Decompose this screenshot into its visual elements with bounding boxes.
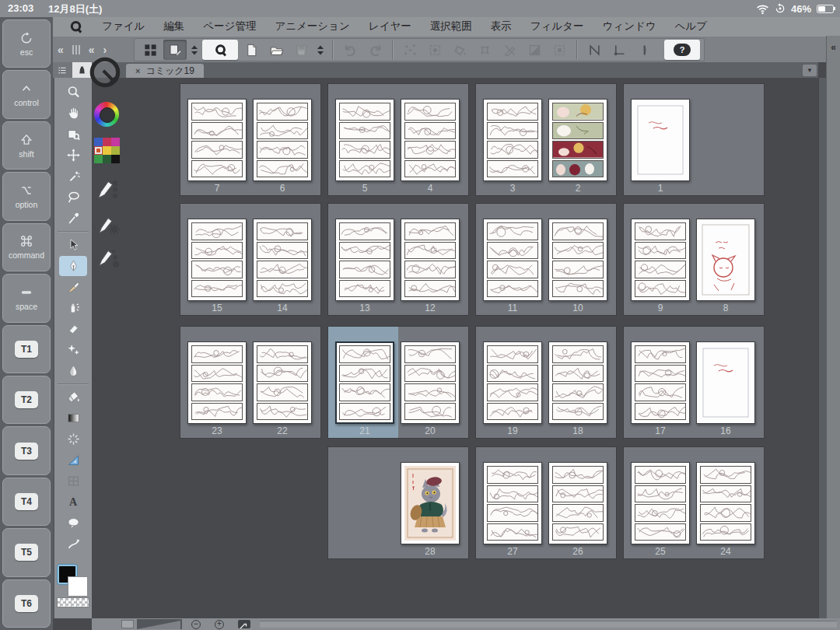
fill-diagonal-button[interactable] — [523, 40, 546, 60]
tool-frame-border[interactable] — [59, 471, 87, 492]
key-t5[interactable]: T5 — [2, 528, 51, 576]
tool-balloon[interactable] — [59, 513, 87, 534]
key-shift[interactable]: shift — [2, 121, 51, 170]
page-thumbnail-16[interactable] — [696, 341, 755, 424]
page-thumbnail-15[interactable] — [187, 219, 247, 301]
menu-item-8[interactable]: ウィンドウ — [603, 19, 656, 33]
key-control[interactable]: control — [2, 70, 51, 118]
undo-button[interactable] — [338, 40, 362, 60]
mesh-transform-button[interactable] — [473, 40, 496, 60]
page-thumbnail-20[interactable] — [401, 341, 460, 424]
page-thumbnail-22[interactable] — [253, 341, 312, 424]
color-set-cell[interactable] — [94, 146, 103, 155]
right-palette-dock[interactable]: « — [826, 36, 840, 630]
tool-blend[interactable] — [59, 361, 87, 381]
menu-item-9[interactable]: ヘルプ — [675, 19, 707, 33]
tool-gradient[interactable] — [59, 408, 87, 429]
color-set-cell[interactable] — [103, 138, 111, 146]
tool-text[interactable]: A — [59, 492, 87, 513]
clear-button[interactable] — [398, 40, 422, 60]
menu-item-5[interactable]: 選択範囲 — [430, 19, 472, 33]
tool-hand[interactable] — [59, 103, 87, 124]
menu-item-1[interactable]: 編集 — [163, 19, 184, 33]
tab-list-dropdown[interactable]: ▼ — [803, 65, 817, 76]
help-button[interactable]: ? — [664, 40, 700, 60]
color-set-cell[interactable] — [94, 138, 103, 146]
tool-auto-select[interactable] — [59, 166, 87, 187]
menu-item-2[interactable]: ページ管理 — [203, 19, 256, 33]
page-thumbnail-3[interactable] — [483, 99, 542, 181]
tab-comic19[interactable]: × コミック19 — [126, 64, 204, 78]
open-file-button[interactable] — [264, 40, 288, 60]
collapse-right-dock-icon[interactable]: « — [827, 42, 840, 53]
page-thumbnail-6[interactable] — [253, 99, 312, 181]
page-thumbnail-1[interactable] — [631, 99, 690, 181]
key-t6[interactable]: T6 — [2, 579, 51, 628]
close-icon[interactable]: × — [135, 66, 140, 75]
page-thumbnail-5[interactable] — [335, 99, 394, 181]
tool-line-correction[interactable] — [59, 534, 87, 555]
redo-button[interactable] — [363, 40, 387, 60]
color-set-cell[interactable] — [111, 155, 120, 163]
page-thumbnail-13[interactable] — [335, 219, 394, 301]
key-command[interactable]: command — [2, 223, 51, 271]
page-thumbnail-18[interactable] — [548, 341, 607, 424]
page-thumbnail-23[interactable] — [187, 341, 247, 424]
color-set-cell[interactable] — [103, 146, 111, 155]
tool-list-tab[interactable] — [53, 62, 72, 78]
tool-decoration[interactable] — [59, 340, 87, 360]
key-space[interactable]: space — [2, 274, 51, 322]
page-thumbnail-27[interactable] — [483, 462, 542, 544]
snap-ruler-button[interactable] — [583, 40, 606, 60]
tool-eyedropper[interactable] — [59, 208, 87, 229]
page-manager-view-button[interactable] — [138, 40, 162, 60]
menu-item-3[interactable]: アニメーション — [275, 19, 349, 33]
open-clip-studio-button[interactable] — [202, 40, 238, 60]
page-thumbnail-9[interactable] — [631, 219, 690, 301]
page-thumbnail-28[interactable] — [401, 462, 460, 544]
page-thumbnail-24[interactable] — [696, 462, 755, 544]
zoom-in-button[interactable]: + — [215, 620, 224, 629]
key-t4[interactable]: T4 — [2, 478, 51, 526]
key-option[interactable]: option — [2, 172, 51, 220]
page-thumbnail-7[interactable] — [187, 99, 247, 181]
edit-page-button[interactable] — [163, 40, 187, 60]
tool-navigate[interactable] — [59, 124, 87, 145]
page-spinner-button[interactable] — [188, 40, 201, 60]
key-t1[interactable]: T1 — [2, 325, 51, 373]
page-thumbnail-2[interactable] — [548, 99, 607, 181]
tool-zoom[interactable] — [59, 82, 87, 103]
page-thumbnail-17[interactable] — [631, 341, 690, 424]
correct-line-button[interactable] — [498, 40, 521, 60]
canvas-spinner-button[interactable] — [314, 40, 327, 60]
save-file-button[interactable] — [289, 40, 313, 60]
page-thumbnail-12[interactable] — [401, 219, 460, 301]
collapse-panel-left[interactable]: « — [58, 44, 64, 56]
tool-move[interactable] — [59, 145, 87, 166]
key-t2[interactable]: T2 — [2, 376, 51, 424]
key-t3[interactable]: T3 — [2, 426, 51, 474]
page-thumbnail-10[interactable] — [548, 219, 607, 301]
transparent-color-swatch[interactable] — [57, 597, 89, 607]
zoom-slider-handle[interactable] — [121, 620, 134, 628]
page-thumbnail-21[interactable] — [335, 341, 394, 424]
color-set-cell[interactable] — [111, 146, 120, 155]
background-color-swatch[interactable] — [68, 576, 88, 597]
page-thumbnail-8[interactable] — [696, 219, 755, 301]
tool-brush[interactable] — [59, 277, 87, 297]
menu-item-6[interactable]: 表示 — [491, 19, 512, 33]
panel-grip[interactable] — [72, 45, 80, 54]
tool-figure[interactable] — [59, 450, 87, 471]
zoom-out-button[interactable]: − — [191, 620, 201, 629]
tool-airbrush[interactable] — [59, 298, 87, 318]
tool-fill[interactable] — [59, 387, 87, 408]
menu-item-7[interactable]: フィルター — [530, 19, 584, 33]
snap-special-ruler-button[interactable] — [607, 40, 631, 60]
page-thumbnail-4[interactable] — [401, 99, 460, 181]
tool-operation[interactable] — [59, 235, 87, 255]
fill-enclosed-button[interactable] — [448, 40, 471, 60]
color-set-cell[interactable] — [94, 155, 103, 163]
menu-item-0[interactable]: ファイル — [102, 19, 145, 33]
key-esc[interactable]: esc — [2, 19, 51, 68]
transform-button[interactable] — [423, 40, 446, 60]
